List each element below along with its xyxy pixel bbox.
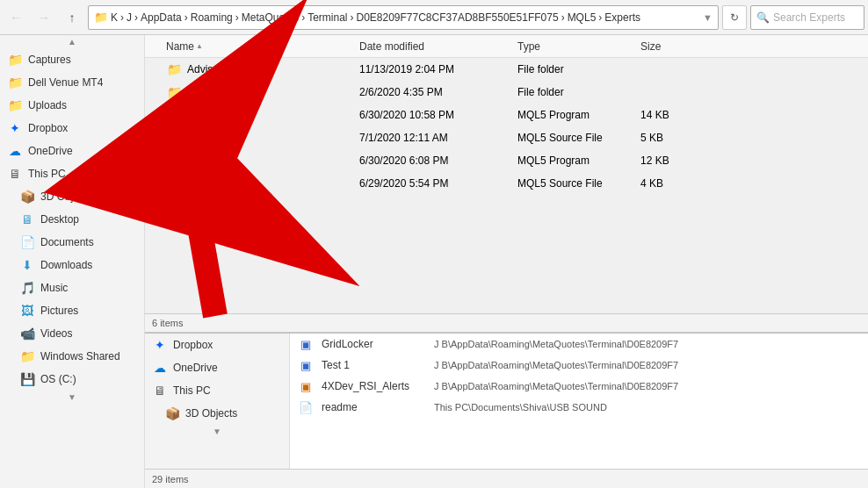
sidebar-item-label: Uploads (28, 99, 67, 111)
sidebar-item-music[interactable]: 🎵 Music (0, 276, 144, 299)
address-segment-k: K (111, 11, 118, 24)
table-row[interactable]: 📁 Examples 2/6/2020 4:35 PM File folder (145, 81, 868, 104)
sidebar-item-windows-shared[interactable]: 📁 Windows Shared (0, 345, 144, 368)
file-name: GridLocker (187, 132, 239, 144)
mql5-program-icon: ▣ (297, 359, 315, 372)
list-item[interactable]: ▣ GridLocker J B\AppData\Roaming\MetaQuo… (290, 334, 868, 355)
folder-icon: 📁 (7, 53, 23, 67)
bottom-sidebar-scroll-down[interactable]: ▼ (145, 425, 289, 438)
sidebar-item-desktop[interactable]: 🖥 Desktop (0, 208, 144, 231)
sidebar-item-3d-objects-bottom[interactable]: 📦 3D Objects (145, 402, 289, 425)
sidebar-item-label: OneDrive (28, 145, 73, 157)
bottom-item-count: 29 items (152, 474, 189, 484)
nav-back-button[interactable]: ← (4, 5, 28, 30)
list-item[interactable]: 📄 readme This PC\Documents\Shiva\USB SOU… (290, 397, 868, 418)
file-size: 5 KB (640, 132, 711, 144)
table-row[interactable]: ▣ Test 1 6/29/2020 5:54 PM MQL5 Source F… (145, 172, 868, 195)
sidebar-item-label: Documents (40, 236, 94, 248)
sidebar-scroll-up[interactable]: ▲ (0, 35, 144, 48)
list-item[interactable]: ▣ Test 1 J B\AppData\Roaming\MetaQuotes\… (290, 355, 868, 376)
mql5-program-icon: ▣ (166, 154, 182, 167)
sidebar-item-videos[interactable]: 📹 Videos (0, 322, 144, 345)
folder-icon: 📁 (7, 75, 23, 90)
folder-icon: 📁 (166, 85, 182, 99)
file-size: 12 KB (640, 154, 711, 167)
sidebar-item-3d-objects[interactable]: 📦 3D Objects (0, 185, 144, 208)
file-name: readme (322, 401, 427, 413)
sidebar-item-captures[interactable]: 📁 Captures (0, 48, 144, 71)
sidebar-item-downloads[interactable]: ⬇ Downloads (0, 254, 144, 276)
file-size: 4 KB (640, 177, 711, 190)
sidebar-item-dell-venue[interactable]: 📁 Dell Venue MT4 (0, 71, 144, 94)
sidebar-item-pictures[interactable]: 🖼 Pictures (0, 299, 144, 322)
videos-icon: 📹 (19, 327, 35, 341)
sidebar-item-this-pc-bottom[interactable]: 🖥 This PC (145, 379, 289, 402)
table-row[interactable]: ▣ Test 1 6/30/2020 6:08 PM MQL5 Program … (145, 149, 868, 172)
sidebar-item-uploads[interactable]: 📁 Uploads (0, 94, 144, 117)
file-path: This PC\Documents\Shiva\USB SOUND (434, 402, 607, 413)
table-row[interactable]: ▣ GridLocker 7/1/2020 12:11 AM MQL5 Sour… (145, 126, 868, 149)
nav-up-button[interactable]: ↑ (60, 5, 84, 30)
sidebar-item-label: Windows Shared (40, 350, 120, 362)
sidebar-item-onedrive-bottom[interactable]: ☁ OneDrive (145, 356, 289, 379)
column-headers: Name ▲ Date modified Type Size (145, 35, 868, 58)
mql5-program-icon: ▣ (166, 108, 182, 121)
address-bar[interactable]: 📁 K › J › AppData › Roaming › MetaQuotes… (88, 5, 719, 30)
file-size: 14 KB (640, 109, 711, 121)
sidebar-item-label: Pictures (40, 305, 78, 317)
file-path: J B\AppData\Roaming\MetaQuotes\Terminal\… (434, 360, 678, 370)
file-type: MQL5 Source File (517, 177, 640, 190)
address-bar-container: ← → ↑ 📁 K › J › AppData › Roaming › Meta… (0, 0, 868, 35)
sidebar-item-label: OneDrive (173, 362, 218, 374)
refresh-button[interactable]: ↻ (722, 5, 747, 30)
drive-icon: 💾 (19, 372, 35, 386)
file-name: GridLocker (187, 109, 239, 121)
list-item[interactable]: ▣ 4XDev_RSI_Alerts J B\AppData\Roaming\M… (290, 376, 868, 397)
sidebar-item-this-pc[interactable]: 🖥 This PC (0, 162, 144, 185)
top-status-bar: 6 items (145, 313, 868, 333)
sidebar-item-label: Videos (40, 327, 72, 340)
file-date: 6/30/2020 10:58 PM (359, 109, 517, 121)
sidebar-item-label: OS (C:) (40, 373, 76, 385)
search-placeholder: Search Experts (773, 11, 845, 24)
sidebar-item-dropbox[interactable]: ✦ Dropbox (0, 117, 144, 140)
file-name: Test 1 (187, 154, 215, 167)
sidebar-item-label: Dell Venue MT4 (28, 76, 103, 89)
file-path: J B\AppData\Roaming\MetaQuotes\Terminal\… (434, 381, 678, 391)
document-icon: 📄 (297, 401, 315, 414)
file-type: MQL5 Program (517, 154, 640, 167)
sidebar-item-label: 3D Objects (185, 407, 237, 420)
file-date: 2/6/2020 4:35 PM (359, 86, 517, 98)
sidebar-item-label: Downloads (40, 259, 92, 271)
sidebar-item-label: This PC (28, 168, 66, 180)
mql5-source-icon: ▣ (166, 176, 182, 190)
sidebar-scroll-down[interactable]: ▼ (0, 391, 144, 404)
file-name: GridLocker (322, 338, 427, 350)
downloads-icon: ⬇ (19, 258, 35, 272)
sidebar-item-documents[interactable]: 📄 Documents (0, 231, 144, 254)
main-container: ▲ 📁 Captures 📁 Dell Venue MT4 📁 Uploads … (0, 35, 868, 488)
file-name: Examples (187, 86, 234, 98)
file-name: Test 1 (187, 177, 215, 190)
table-row[interactable]: ▣ GridLocker 6/30/2020 10:58 PM MQL5 Pro… (145, 104, 868, 126)
search-box[interactable]: 🔍 Search Experts (750, 5, 864, 30)
search-icon: 🔍 (756, 11, 770, 24)
item-count: 6 items (152, 318, 183, 328)
file-type: File folder (517, 86, 640, 98)
address-folder-icon: 📁 (94, 11, 108, 24)
file-date: 11/13/2019 2:04 PM (359, 63, 517, 75)
file-name: Advisors (187, 63, 228, 75)
sidebar-item-label: 3D Objects (40, 190, 92, 203)
shared-icon: 📁 (19, 349, 35, 363)
sidebar-item-onedrive[interactable]: ☁ OneDrive (0, 140, 144, 162)
sidebar-item-dropbox-bottom[interactable]: ✦ Dropbox (145, 334, 289, 356)
column-size-header[interactable]: Size (640, 40, 711, 53)
file-area: Name ▲ Date modified Type Size 📁 Advisor… (145, 35, 868, 313)
table-row[interactable]: 📁 Advisors 11/13/2019 2:04 PM File folde… (145, 58, 868, 81)
column-date-header[interactable]: Date modified (359, 40, 517, 53)
column-name-header[interactable]: Name ▲ (166, 40, 359, 53)
sidebar-item-label: This PC (173, 384, 211, 397)
nav-forward-button[interactable]: → (32, 5, 56, 30)
column-type-header[interactable]: Type (517, 40, 640, 53)
sidebar-item-os-c[interactable]: 💾 OS (C:) (0, 368, 144, 391)
